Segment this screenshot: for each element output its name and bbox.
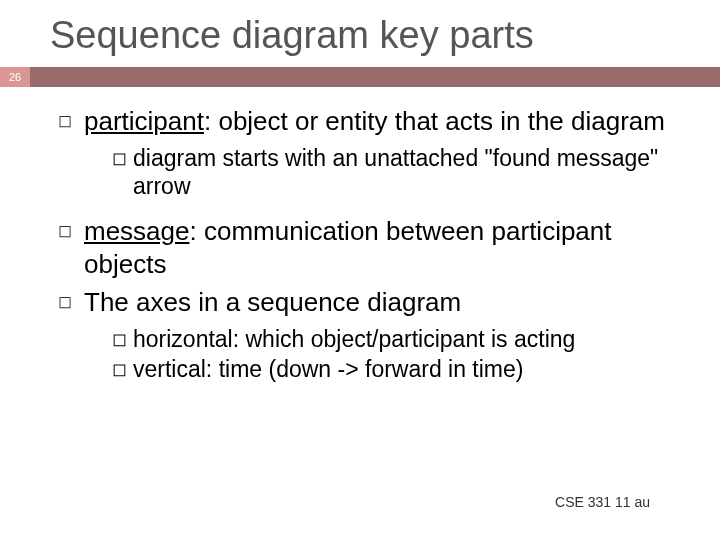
bullet-text: The axes in a sequence diagram: [84, 286, 461, 319]
sub-item: ◻ vertical: time (down -> forward in tim…: [112, 355, 680, 384]
sub-text: vertical: time (down -> forward in time): [133, 355, 523, 384]
page-number: 26: [0, 67, 30, 87]
slide-content: ◻ participant: object or entity that act…: [0, 87, 720, 384]
square-bullet-icon: ◻: [112, 147, 127, 169]
square-bullet-icon: ◻: [112, 328, 127, 350]
square-bullet-icon: ◻: [58, 220, 72, 241]
slide-title: Sequence diagram key parts: [0, 0, 720, 67]
sub-text: diagram starts with an unattached "found…: [133, 144, 680, 202]
sub-list: ◻ horizontal: which object/participant i…: [58, 325, 680, 385]
sub-item: ◻ diagram starts with an unattached "fou…: [112, 144, 680, 202]
square-bullet-icon: ◻: [112, 358, 127, 380]
sub-text: horizontal: which object/participant is …: [133, 325, 575, 354]
bullet-text: message: communication between participa…: [84, 215, 680, 280]
sub-item: ◻ horizontal: which object/participant i…: [112, 325, 680, 354]
sub-list: ◻ diagram starts with an unattached "fou…: [58, 144, 680, 202]
accent-bar: 26: [0, 67, 720, 87]
slide-footer: CSE 331 11 au: [555, 494, 650, 510]
square-bullet-icon: ◻: [58, 291, 72, 312]
bullet-item: ◻ message: communication between partici…: [58, 215, 680, 280]
bullet-text: participant: object or entity that acts …: [84, 105, 665, 138]
bullet-item: ◻ participant: object or entity that act…: [58, 105, 680, 138]
bullet-item: ◻ The axes in a sequence diagram: [58, 286, 680, 319]
square-bullet-icon: ◻: [58, 110, 72, 131]
